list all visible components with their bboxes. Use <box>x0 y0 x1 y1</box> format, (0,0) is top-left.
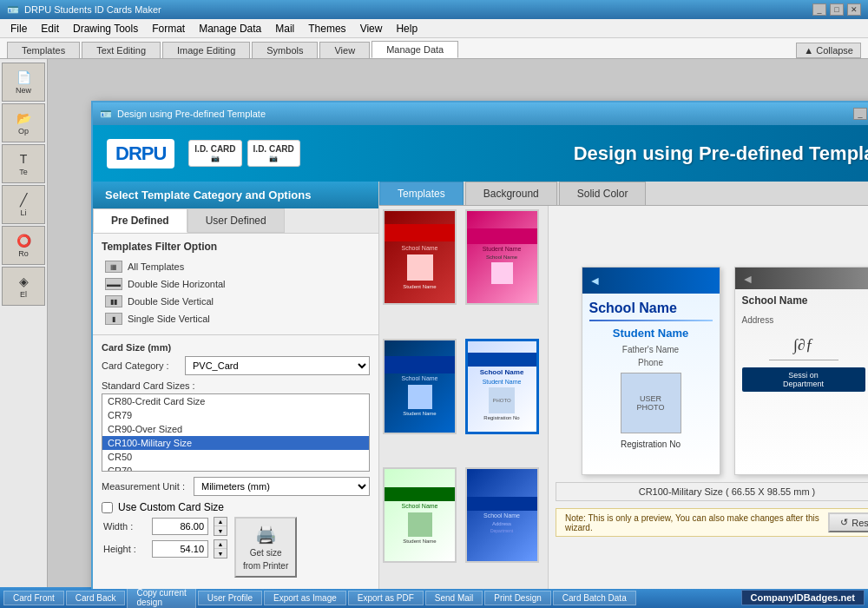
tmpl-tab-templates[interactable]: Templates <box>379 182 464 205</box>
taskbar-export-pdf[interactable]: Export as PDF <box>348 591 424 605</box>
sidebar-item-text[interactable]: T Te <box>2 144 45 183</box>
filter-double-horizontal[interactable]: ▬▬ Double Side Horizontal <box>102 275 370 293</box>
filter-title: Templates Filter Option <box>102 241 370 253</box>
dialog-banner: DRPU I.D. CARD 📷 I.D. CARD 📷 Design usin… <box>93 125 868 182</box>
tab-symbols[interactable]: Symbols <box>252 42 318 58</box>
id-card-sub: 📷 <box>194 155 235 163</box>
taskbar-export-image[interactable]: Export as Image <box>264 591 346 605</box>
menu-themes[interactable]: Themes <box>301 21 352 36</box>
minimize-button[interactable]: _ <box>812 3 826 16</box>
category-row: Card Category : PVC_Card <box>102 356 370 375</box>
double-vertical-icon: ▮▮ <box>105 295 122 307</box>
width-down-button[interactable]: ▼ <box>214 526 227 535</box>
collapse-button[interactable]: ▲ Collapse <box>796 43 861 58</box>
width-input[interactable] <box>152 518 208 535</box>
user-photo-label: USERPHOTO <box>637 394 665 412</box>
template-card-3[interactable]: School Name Student Name <box>383 339 457 434</box>
filter-double-vertical[interactable]: ▮▮ Double Side Vertical <box>102 293 370 310</box>
sidebar-item-element[interactable]: ◈ El <box>2 267 45 306</box>
menu-mail[interactable]: Mail <box>268 21 301 36</box>
company-badge: CompanyIDBadges.net <box>741 590 865 605</box>
template-card-5[interactable]: School Name Student Name <box>383 467 457 563</box>
title-bar-left: 🪪 DRPU Students ID Cards Maker <box>7 4 161 16</box>
measurement-select[interactable]: Milimeters (mm) <box>194 477 370 496</box>
menu-help[interactable]: Help <box>389 21 424 36</box>
drpu-logo: DRPU <box>107 139 174 169</box>
size-cr50[interactable]: CR50 <box>102 450 369 464</box>
preview-phone: Phone <box>582 356 720 369</box>
tab-text-editing[interactable]: Text Editing <box>82 42 161 58</box>
preview-area: ◄ School Name Student Name Father's Name… <box>549 206 868 589</box>
sidebar-item-new[interactable]: 📄 New <box>2 63 45 102</box>
preview-back-address: Address <box>735 308 869 327</box>
tab-templates[interactable]: Templates <box>7 42 80 58</box>
tab-manage-data[interactable]: Manage Data <box>372 41 458 58</box>
sizes-list[interactable]: CR80-Credit Card Size CR79 CR90-Over Siz… <box>102 393 370 472</box>
custom-size-checkbox[interactable] <box>102 502 113 513</box>
tab-image-editing[interactable]: Image Editing <box>162 42 250 58</box>
template-grid[interactable]: School Name Student Name Student Name <box>379 206 549 589</box>
close-button[interactable]: ✕ <box>847 3 861 16</box>
dialog-minimize-button[interactable]: _ <box>853 108 867 120</box>
filter-single-vertical[interactable]: ▮ Single Side Vertical <box>102 310 370 327</box>
sidebar-item-open[interactable]: 📂 Op <box>2 103 45 142</box>
right-panel: Templates Background Solid Color School … <box>379 182 868 589</box>
tmpl-tab-solid-color[interactable]: Solid Color <box>559 182 647 205</box>
round-icon: ⭕ <box>16 234 31 248</box>
menu-bar: File Edit Drawing Tools Format Manage Da… <box>0 19 868 38</box>
height-label: Height : <box>103 544 147 554</box>
height-up-button[interactable]: ▲ <box>214 540 227 549</box>
tab-pre-defined[interactable]: Pre Defined <box>93 208 187 233</box>
filter-section: Templates Filter Option ▦ All Templates … <box>93 234 378 334</box>
app-icon: 🪪 <box>7 4 19 16</box>
template-card-2[interactable]: Student Name School Name <box>465 209 539 305</box>
sidebar-item-round[interactable]: ⭕ Ro <box>2 226 45 265</box>
tmpl-tab-background[interactable]: Background <box>465 182 557 205</box>
menu-edit[interactable]: Edit <box>34 21 66 36</box>
menu-manage-data[interactable]: Manage Data <box>192 21 268 36</box>
height-input[interactable] <box>152 540 208 558</box>
preview-session: Sessi on Department <box>742 367 865 392</box>
filter-all-templates[interactable]: ▦ All Templates <box>102 258 370 275</box>
printer-icon: 🖨️ <box>255 524 277 545</box>
title-bar-controls: _ □ ✕ <box>812 3 861 16</box>
preview-father-name: Father's Name <box>582 343 720 356</box>
height-down-button[interactable]: ▼ <box>214 549 227 558</box>
taskbar-card-batch[interactable]: Card Batch Data <box>553 591 636 605</box>
taskbar-card-back[interactable]: Card Back <box>66 591 126 605</box>
size-cr100[interactable]: CR100-Military Size <box>102 436 369 450</box>
template-card-1[interactable]: School Name Student Name <box>383 209 457 305</box>
taskbar-send-mail[interactable]: Send Mail <box>425 591 483 605</box>
dialog-icon: 🪪 <box>100 109 112 120</box>
taskbar-user-profile[interactable]: User Profile <box>198 591 262 605</box>
card-front-header: ◄ <box>582 268 720 294</box>
card-size-label: Card Size (mm) <box>102 342 370 353</box>
menu-format[interactable]: Format <box>145 21 192 36</box>
tab-view[interactable]: View <box>319 42 370 58</box>
size-cr80[interactable]: CR80-Credit Card Size <box>102 394 369 408</box>
template-card-6[interactable]: School Name Address Department <box>465 467 539 563</box>
menu-file[interactable]: File <box>3 21 34 36</box>
id-card2-sub: 📷 <box>253 155 294 163</box>
get-size-button[interactable]: 🖨️ Get size from Printer <box>234 517 297 578</box>
title-bar: 🪪 DRPU Students ID Cards Maker _ □ ✕ <box>0 0 868 19</box>
tab-user-defined[interactable]: User Defined <box>187 208 285 233</box>
taskbar-card-front[interactable]: Card Front <box>3 591 64 605</box>
reset-button[interactable]: ↺ Reset <box>828 512 868 532</box>
category-tabs: Pre Defined User Defined <box>93 208 378 234</box>
template-card-4[interactable]: School Name Student Name PHOTO Registrat… <box>465 339 539 434</box>
preview-cards: ◄ School Name Student Name Father's Name… <box>582 267 869 475</box>
size-cr70[interactable]: CR70 <box>102 464 369 472</box>
taskbar-print-design[interactable]: Print Design <box>484 591 550 605</box>
size-cr79[interactable]: CR79 <box>102 408 369 422</box>
menu-view[interactable]: View <box>353 21 390 36</box>
size-cr90[interactable]: CR90-Over Sized <box>102 422 369 436</box>
maximize-button[interactable]: □ <box>830 3 844 16</box>
note-text: Note: This is only a preview, You can al… <box>565 513 821 532</box>
card-category-select[interactable]: PVC_Card <box>185 356 370 375</box>
menu-drawing-tools[interactable]: Drawing Tools <box>66 21 145 36</box>
width-up-button[interactable]: ▲ <box>214 518 227 526</box>
sidebar-item-line[interactable]: ╱ Li <box>2 185 45 224</box>
single-vertical-icon: ▮ <box>105 313 122 325</box>
preview-signature: ∫∂ƒ <box>769 330 838 360</box>
